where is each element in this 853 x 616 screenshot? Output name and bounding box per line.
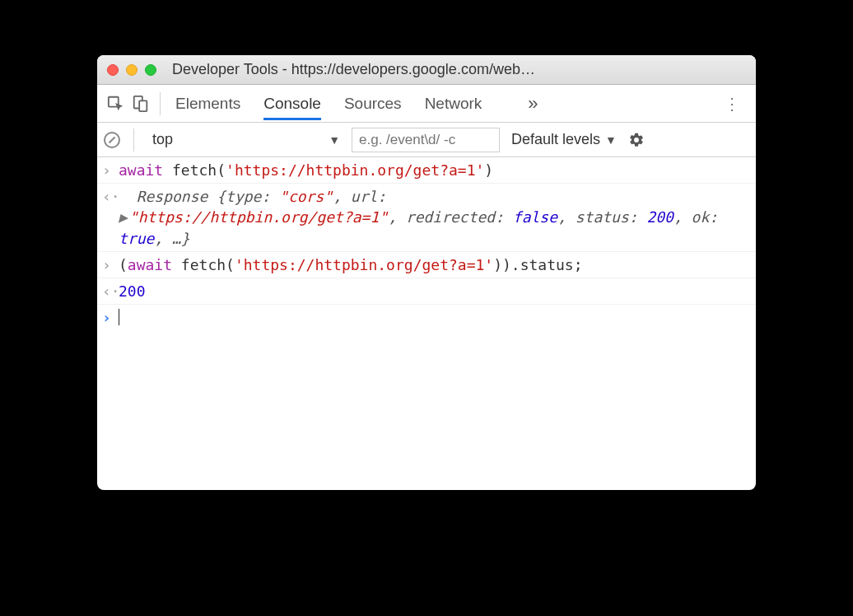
chevron-down-icon: ▼: [605, 133, 617, 147]
separator: [160, 92, 161, 115]
log-levels-select[interactable]: Default levels ▼: [511, 131, 617, 148]
console-input-row: › (await fetch('https://httpbin.org/get?…: [97, 252, 756, 278]
context-label: top: [152, 131, 173, 148]
caret-icon: [119, 309, 119, 325]
expand-icon[interactable]: ▶: [119, 208, 128, 226]
console-result-row: ‹· 200: [97, 278, 756, 305]
close-icon[interactable]: [107, 64, 119, 76]
console-result: 200: [119, 281, 749, 301]
filter-input[interactable]: [352, 128, 500, 152]
input-chevron-icon: ›: [102, 160, 119, 180]
titlebar[interactable]: Developer Tools - https://developers.goo…: [97, 55, 756, 85]
tab-elements[interactable]: Elements: [175, 86, 240, 120]
svg-rect-2: [139, 100, 147, 111]
console-code: await fetch('https://httpbin.org/get?a=1…: [119, 160, 749, 180]
tab-network[interactable]: Network: [425, 86, 482, 120]
console-prompt[interactable]: [119, 307, 749, 328]
console-input-row: › await fetch('https://httpbin.org/get?a…: [97, 157, 756, 184]
device-icon[interactable]: [128, 95, 153, 113]
console-code: (await fetch('https://httpbin.org/get?a=…: [119, 254, 749, 275]
tabs-overflow-icon[interactable]: »: [528, 93, 538, 114]
console-result-row: ‹· Response {type: "cors", url:▶"https:/…: [97, 184, 756, 252]
zoom-icon[interactable]: [145, 64, 156, 76]
tab-sources[interactable]: Sources: [344, 86, 402, 120]
output-chevron-icon: ‹·: [102, 186, 119, 249]
tabbar: Elements Console Sources Network » ⋮: [97, 85, 756, 123]
context-select[interactable]: top ▼: [147, 128, 345, 152]
separator: [133, 128, 134, 152]
console-output[interactable]: › await fetch('https://httpbin.org/get?a…: [97, 157, 756, 490]
console-toolbar: top ▼ Default levels ▼: [97, 123, 756, 157]
levels-label: Default levels: [511, 131, 600, 148]
minimize-icon[interactable]: [126, 64, 138, 76]
tab-list: Elements Console Sources Network »: [167, 86, 538, 120]
input-chevron-icon: ›: [102, 254, 119, 275]
inspect-icon[interactable]: [104, 95, 128, 113]
tab-console[interactable]: Console: [263, 86, 321, 120]
devtools-window: Developer Tools - https://developers.goo…: [97, 55, 756, 490]
console-result[interactable]: Response {type: "cors", url:▶"https://ht…: [119, 186, 749, 249]
gear-icon[interactable]: [628, 132, 645, 148]
console-prompt-row[interactable]: ›: [97, 305, 756, 330]
input-chevron-icon: ›: [102, 307, 119, 328]
chevron-down-icon: ▼: [329, 133, 340, 147]
output-chevron-icon: ‹·: [102, 281, 119, 301]
window-title: Developer Tools - https://developers.goo…: [172, 61, 746, 78]
clear-console-icon[interactable]: [104, 132, 120, 148]
menu-icon[interactable]: ⋮: [715, 94, 749, 114]
